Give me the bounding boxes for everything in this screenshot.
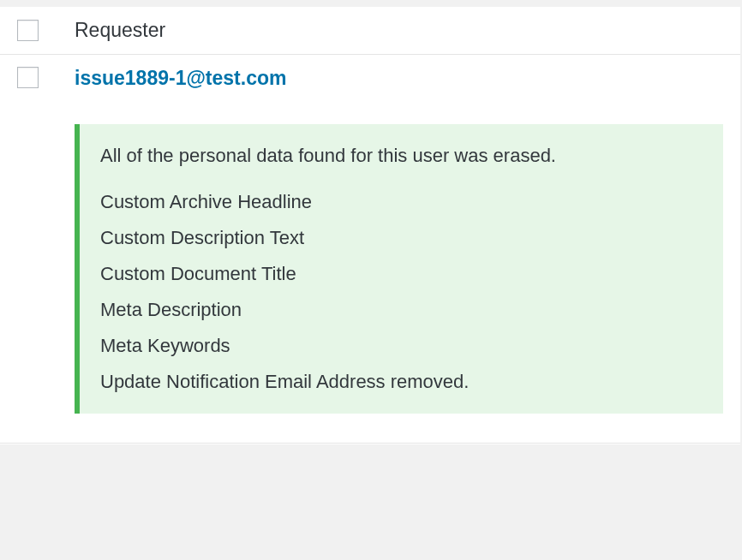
notice-item: Meta Description [100,299,703,321]
column-header-requester[interactable]: Requester [75,19,165,42]
notice-item: Custom Description Text [100,227,703,249]
table-header: Requester [0,7,740,55]
success-notice: All of the personal data found for this … [75,124,723,414]
notice-main-text: All of the personal data found for this … [100,145,703,167]
notice-item: Custom Document Title [100,263,703,285]
row-checkbox[interactable] [17,67,39,88]
notice-item: Custom Archive Headline [100,191,703,213]
row-content: issue1889-1@test.com All of the personal… [75,67,723,443]
notice-item: Meta Keywords [100,335,703,357]
requester-link[interactable]: issue1889-1@test.com [75,67,286,89]
table-row: issue1889-1@test.com All of the personal… [0,55,740,443]
requests-table: Requester issue1889-1@test.com All of th… [0,7,740,444]
select-all-checkbox[interactable] [17,20,39,41]
table-bottom-border [0,443,740,444]
notice-item: Update Notification Email Address remove… [100,371,703,393]
